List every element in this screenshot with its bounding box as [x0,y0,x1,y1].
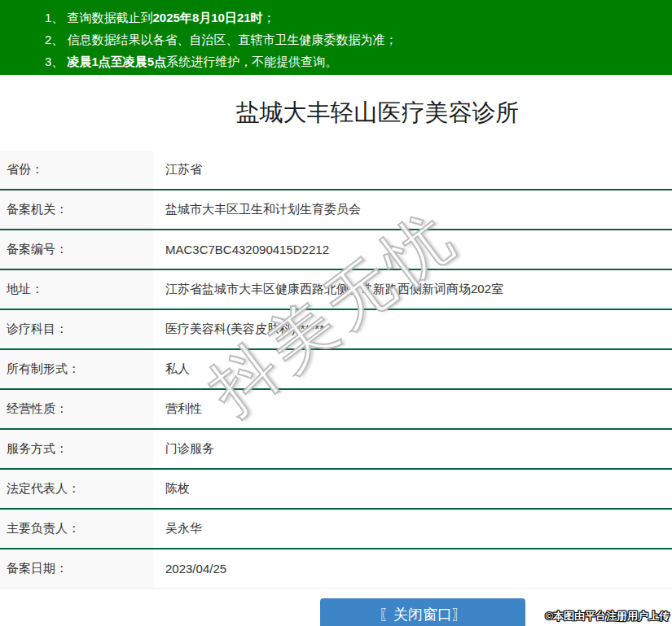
row-label: 经营性质： [0,390,153,428]
table-row-business-nature: 经营性质： 营利性 [0,390,672,430]
row-label: 地址： [0,270,153,309]
notice-line-3: 3、 凌晨1点至凌晨5点系统进行维护，不能提供查询。 [45,50,664,72]
row-label: 主要负责人： [0,510,153,548]
row-label: 备案日期： [0,549,153,588]
row-label: 备案编号： [0,230,153,269]
row-label: 诊疗科目： [0,310,153,348]
row-label: 服务方式： [0,430,153,468]
notice-line-1-suffix: ； [263,11,275,24]
notice-line-3-bold: 凌晨1点至凌晨5点 [68,55,167,68]
notice-line-1-bold: 2025年8月10日21时 [153,11,263,24]
table-row-province: 省份： 江苏省 [0,151,672,190]
notice-line-2-text: 2、 信息数据结果以各省、自治区、直辖市卫生健康委数据为准； [45,33,397,46]
row-value: 江苏省盐城市大丰区健康西路北侧、常新路西侧新词商场202室 [153,270,672,309]
row-value: 江苏省 [153,151,672,189]
notice-line-1-text: 1、 查询数据截止到 [45,11,153,24]
info-table: 省份： 江苏省 备案机关： 盐城市大丰区卫生和计划生育委员会 备案编号： MAC… [0,151,672,589]
row-value: 私人 [153,350,672,388]
notice-line-1: 1、 查询数据截止到2025年8月10日21时； [45,7,664,28]
notice-banner: 1、 查询数据截止到2025年8月10日21时； 2、 信息数据结果以各省、自治… [0,0,672,75]
table-row-filing-authority: 备案机关： 盐城市大丰区卫生和计划生育委员会 [0,190,672,230]
table-row-ownership-form: 所有制形式： 私人 [0,350,672,390]
notice-line-2: 2、 信息数据结果以各省、自治区、直辖市卫生健康委数据为准； [45,28,664,50]
row-value: MAC3C7BC432090415D2212 [153,230,672,269]
table-row-filing-date: 备案日期： 2023/04/25 [0,549,672,589]
row-value: 营利性 [153,390,672,428]
page-title: 盐城大丰轻山医疗美容诊所 [0,99,672,126]
row-value: 陈枚 [153,470,672,508]
row-label: 所有制形式： [0,350,153,388]
row-value: 2023/04/25 [153,549,672,588]
row-value: 盐城市大丰区卫生和计划生育委员会 [153,190,672,229]
row-value: 吴永华 [153,510,672,548]
table-row-address: 地址： 江苏省盐城市大丰区健康西路北侧、常新路西侧新词商场202室 [0,270,672,310]
table-row-principal-person: 主要负责人： 吴永华 [0,510,672,549]
table-row-service-mode: 服务方式： 门诊服务 [0,430,672,470]
table-row-filing-number: 备案编号： MAC3C7BC432090415D2212 [0,230,672,270]
row-value: 门诊服务 [153,430,672,468]
close-window-button[interactable]: 〖关闭窗口〗 [320,598,525,626]
table-row-treatment-subjects: 诊疗科目： 医疗美容科(美容皮肤科)****** [0,310,672,350]
upload-credit-note: ©本图由平台注册用户上传 [545,609,670,624]
notice-line-3-text: 3、 [45,55,68,68]
notice-line-3-suffix: 系统进行维护，不能提供查询。 [166,55,337,68]
row-label: 备案机关： [0,190,153,229]
row-value: 医疗美容科(美容皮肤科)****** [153,310,672,348]
row-label: 法定代表人： [0,470,153,508]
table-row-legal-representative: 法定代表人： 陈枚 [0,470,672,510]
row-label: 省份： [0,151,153,189]
